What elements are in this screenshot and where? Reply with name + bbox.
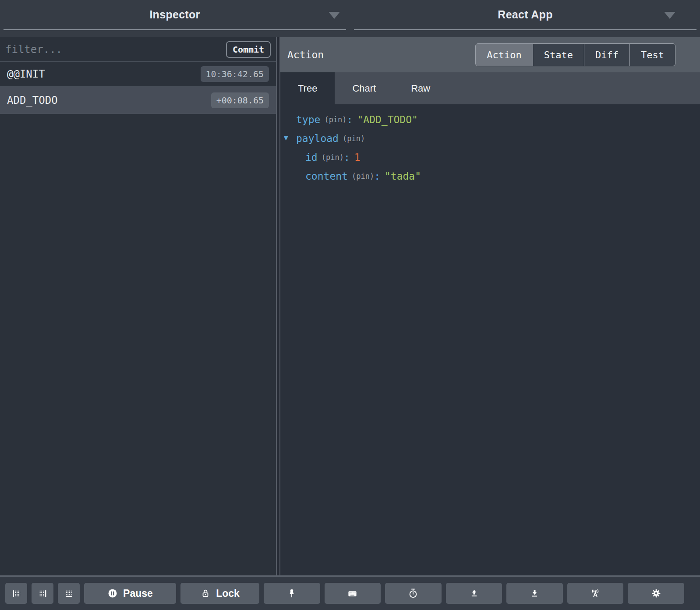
upload-button[interactable] [446, 583, 502, 604]
download-icon [530, 589, 540, 599]
keyboard-button[interactable] [325, 583, 381, 604]
action-name: ADD_TODO [7, 94, 58, 106]
action-name: @@INIT [7, 68, 45, 80]
tree-row-type: type (pin) : "ADD_TODO" [280, 110, 700, 129]
pin-button[interactable] [264, 583, 320, 604]
upload-icon [469, 589, 479, 599]
action-list-item-add-todo[interactable]: ADD_TODO +00:08.65 [0, 87, 276, 114]
dock-right-icon [38, 589, 47, 598]
commit-button[interactable]: Commit [226, 41, 271, 58]
tree-key[interactable]: content [305, 170, 348, 182]
tree-value-string: "ADD_TODO" [357, 114, 417, 125]
action-list-item-init[interactable]: @@INIT 10:36:42.65 [0, 62, 276, 87]
keyboard-icon [347, 588, 358, 599]
collapse-arrow-icon[interactable]: ▼ [284, 135, 288, 142]
action-timestamp-badge: +00:08.65 [211, 92, 269, 108]
inspector-detail-panel: Action Action State Diff Test Tree Chart… [280, 37, 700, 575]
tree-value-number: 1 [354, 152, 361, 163]
broadcast-button[interactable] [567, 583, 624, 604]
tree-row-payload: ▼ payload (pin) [280, 129, 700, 148]
action-filter-row: Commit [0, 37, 276, 62]
tab-state[interactable]: State [533, 44, 584, 66]
action-list-panel: Commit @@INIT 10:36:42.65 ADD_TODO +00:0… [0, 37, 276, 575]
colon: : [347, 114, 353, 125]
tab-diff[interactable]: Diff [584, 44, 629, 66]
monitor-select-value: Inspector [149, 8, 200, 21]
broadcast-icon [590, 588, 601, 599]
subtab-raw[interactable]: Raw [393, 72, 448, 104]
dock-left-button[interactable] [5, 583, 27, 604]
tree-key[interactable]: payload [296, 133, 339, 144]
subtab-chart[interactable]: Chart [335, 72, 393, 104]
stopwatch-icon [408, 588, 418, 599]
inspector-tabgroup: Action State Diff Test [475, 43, 675, 66]
tab-test[interactable]: Test [629, 44, 675, 66]
pin-link[interactable]: (pin) [352, 172, 374, 181]
pin-link[interactable]: (pin) [343, 134, 365, 143]
instance-select-value: React App [498, 8, 552, 21]
pause-button[interactable]: Pause [84, 583, 176, 604]
panel-title: Action [287, 49, 324, 60]
action-timestamp-badge: 10:36:42.65 [201, 66, 269, 82]
colon: : [374, 170, 380, 182]
pause-icon [107, 588, 118, 599]
pin-icon [287, 589, 297, 598]
monitor-selector-bar: Inspector React App [0, 0, 700, 37]
dock-left-icon [12, 589, 21, 598]
pin-link[interactable]: (pin) [324, 115, 346, 124]
pause-label: Pause [123, 588, 153, 599]
stopwatch-button[interactable] [385, 583, 442, 604]
tree-key[interactable]: id [305, 152, 318, 163]
lock-button[interactable]: Lock [180, 583, 259, 604]
gear-icon [651, 588, 661, 599]
panel-resizer-handle[interactable] [276, 37, 280, 575]
chevron-down-icon [664, 12, 675, 19]
monitor-select[interactable]: Inspector [4, 0, 346, 30]
main-area: Commit @@INIT 10:36:42.65 ADD_TODO +00:0… [0, 37, 700, 575]
action-list-empty-space [0, 114, 276, 575]
tab-action[interactable]: Action [476, 44, 532, 66]
dock-right-button[interactable] [32, 583, 53, 604]
bottom-toolbar: Pause Lock [0, 575, 700, 610]
instance-select[interactable]: React App [354, 0, 696, 30]
settings-button[interactable] [628, 583, 684, 604]
tree-row-content: content (pin) : "tada" [280, 167, 700, 185]
lock-open-icon [200, 588, 211, 599]
download-button[interactable] [506, 583, 563, 604]
chevron-down-icon [329, 12, 340, 19]
tree-key[interactable]: type [296, 114, 320, 125]
dock-bottom-icon [64, 589, 74, 598]
filter-input[interactable] [5, 43, 226, 56]
view-subtabs: Tree Chart Raw [280, 72, 700, 104]
tree-value-string: "tada" [385, 170, 421, 182]
tree-row-id: id (pin) : 1 [280, 148, 700, 167]
dock-bottom-button[interactable] [58, 583, 80, 604]
json-tree-view: type (pin) : "ADD_TODO" ▼ payload (pin) … [280, 104, 700, 575]
subtab-tree[interactable]: Tree [280, 72, 335, 104]
pin-link[interactable]: (pin) [322, 153, 344, 162]
lock-label: Lock [216, 588, 240, 599]
colon: : [344, 152, 350, 163]
inspector-header: Action Action State Diff Test [280, 37, 700, 72]
